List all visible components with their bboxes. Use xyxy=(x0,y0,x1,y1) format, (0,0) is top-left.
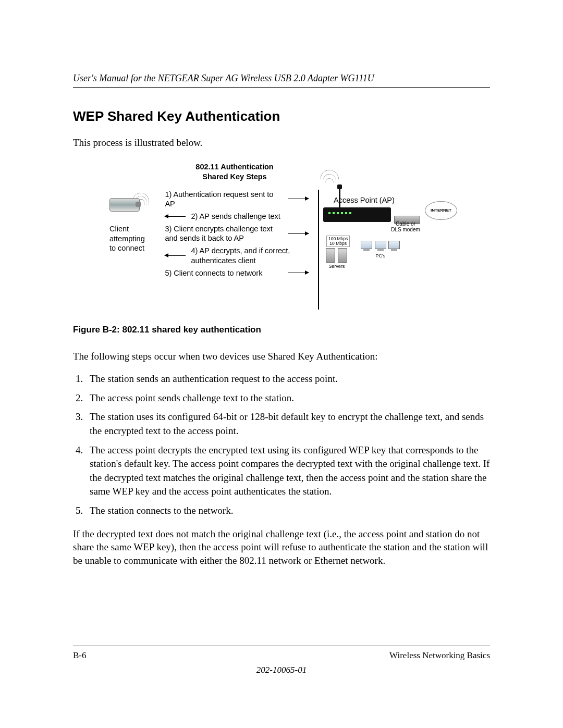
pc-icon xyxy=(361,241,372,249)
figure-caption: Figure B-2: 802.11 shared key authentica… xyxy=(73,325,490,335)
servers-label: Servers xyxy=(328,264,345,269)
list-item: The station sends an authentication requ… xyxy=(85,372,490,386)
internet-label: INTERNET xyxy=(431,208,451,213)
client-column: Client attempting to connect xyxy=(109,187,161,254)
diagram-step-4: 4) AP decrypts, and if correct, authenti… xyxy=(191,246,309,265)
closing-paragraph: If the decrypted text does not match the… xyxy=(73,527,490,567)
speed-l2: 10 Mbps xyxy=(329,241,347,246)
speed-label: 100 Mbps 10 Mbps xyxy=(326,236,350,248)
router-icon xyxy=(323,207,391,222)
antenna-icon xyxy=(339,188,340,207)
server-icon xyxy=(326,248,335,263)
document-number: 202-10065-01 xyxy=(73,665,490,675)
arrow-left-icon xyxy=(165,255,186,256)
client-label-line3: to connect xyxy=(109,243,161,253)
pcs-group: PC's xyxy=(360,236,400,269)
page-footer: B-6 Wireless Networking Basics xyxy=(73,646,490,661)
pc-icon xyxy=(375,241,386,249)
figure-title-line2: Shared Key Steps xyxy=(202,172,266,181)
diagram-step-1: 1) Authentication request sent to AP xyxy=(165,190,283,208)
client-device-icon xyxy=(109,198,140,212)
arrow-left-icon xyxy=(165,216,186,217)
diagram-steps-column: 1) Authentication request sent to AP 2) … xyxy=(165,187,309,281)
page-number: B-6 xyxy=(73,650,87,661)
diagram-step-5: 5) Client connects to network xyxy=(165,268,283,278)
figure-title-line1: 802.11 Authentication xyxy=(195,163,273,171)
server-icon xyxy=(338,248,347,263)
pc-icon xyxy=(388,241,400,249)
arrow-right-icon xyxy=(288,233,309,234)
intro-paragraph: This process is illustrated below. xyxy=(73,136,490,150)
list-item: The station uses its configured 64-bit o… xyxy=(85,410,490,438)
page: User's Manual for the NETGEAR Super AG W… xyxy=(73,0,490,707)
ap-vertical-line-icon xyxy=(318,190,319,310)
diagram-step-3: 3) Client encrypts challenge text and se… xyxy=(165,224,283,243)
servers-group: 100 Mbps 10 Mbps Servers xyxy=(323,236,350,269)
section-heading: WEP Shared Key Authentication xyxy=(73,108,490,125)
arrow-right-icon xyxy=(288,199,309,199)
figure-diagram: 802.11 Authentication Shared Key Steps C… xyxy=(109,162,433,308)
list-item: The access point sends challenge text to… xyxy=(85,391,490,405)
figure-title: 802.11 Authentication Shared Key Steps xyxy=(167,162,302,182)
footer-section-name: Wireless Networking Basics xyxy=(389,650,490,661)
arrow-right-icon xyxy=(288,273,309,273)
numbered-steps-list: The station sends an authentication requ… xyxy=(73,372,490,517)
diagram-step-2: 2) AP sends challenge text xyxy=(191,212,309,221)
pcs-label: PC's xyxy=(375,253,385,258)
client-label-line2: attempting xyxy=(109,234,161,244)
list-item: The station connects to the network. xyxy=(85,504,490,518)
ap-label: Access Point (AP) xyxy=(334,196,433,204)
lead-paragraph: The following steps occur when two devic… xyxy=(73,350,490,363)
internet-cloud-icon: INTERNET xyxy=(425,201,457,220)
running-header: User's Manual for the NETGEAR Super AG W… xyxy=(73,73,490,88)
ap-column: Access Point (AP) INTERNET Cable or DLS … xyxy=(313,187,433,269)
modem-label: Cable or DLS modem xyxy=(390,221,421,232)
list-item: The access point decrypts the encrypted … xyxy=(85,443,490,499)
client-label-line1: Client xyxy=(109,224,161,234)
